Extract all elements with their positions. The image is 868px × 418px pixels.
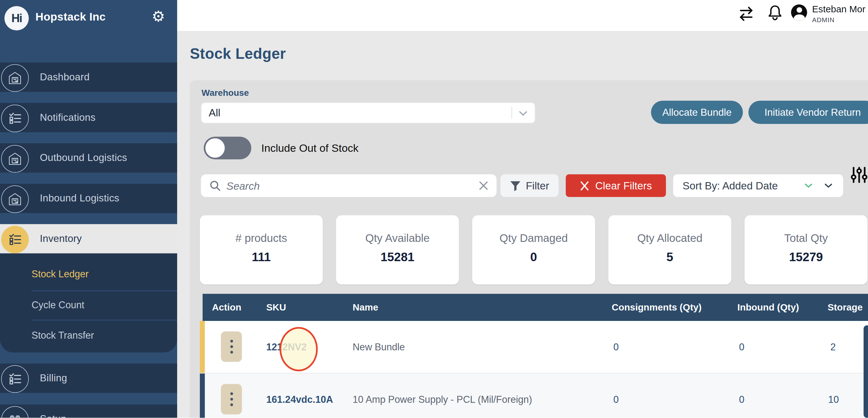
stat-label: # products xyxy=(200,232,323,245)
user-role: ADMIN xyxy=(812,16,865,24)
sidebar-item-label: Notifications xyxy=(40,103,96,132)
sidebar-item-inventory[interactable]: Inventory xyxy=(0,224,177,254)
sidebar-item-dashboard[interactable]: Dashboard xyxy=(0,63,177,92)
column-header-consignments: Consignments (Qty) xyxy=(612,294,702,321)
inbound-qty: 0 xyxy=(739,321,744,373)
sidebar-item-label: Inbound Logistics xyxy=(40,184,119,213)
brand-logo: Hi xyxy=(4,6,29,30)
stat-card-qty-allocated: Qty Allocated 5 xyxy=(608,215,731,285)
column-header-sku: SKU xyxy=(266,294,286,321)
avatar[interactable] xyxy=(791,4,807,21)
sliders-icon[interactable] xyxy=(850,166,868,184)
warehouse-select[interactable]: All xyxy=(201,102,535,124)
consignments-qty: 0 xyxy=(613,321,619,373)
topbar: Esteban Mor ADMIN xyxy=(177,0,868,31)
stat-label: Qty Available xyxy=(336,232,459,245)
storage-qty: 10 xyxy=(828,374,839,418)
sku-link[interactable]: 161.24vdc.10A xyxy=(266,374,333,418)
chevron-down-icon xyxy=(824,183,833,188)
clear-filters-button[interactable]: Clear Filters xyxy=(566,174,666,197)
stat-card-qty-available: Qty Available 15281 xyxy=(336,215,459,285)
app-root: Hi Hopstack Inc ⚙ Dashboard Notification… xyxy=(0,0,868,418)
column-header-name: Name xyxy=(353,294,378,321)
allocate-bundle-button[interactable]: Allocate Bundle xyxy=(651,101,743,124)
checklist-icon xyxy=(1,225,29,253)
stat-value: 15281 xyxy=(336,250,459,265)
include-out-of-stock-toggle[interactable] xyxy=(204,137,251,159)
submenu-item-stock-transfer[interactable]: Stock Transfer xyxy=(32,330,94,342)
stat-card-products: # products 111 xyxy=(200,215,323,285)
user-info[interactable]: Esteban Mor ADMIN xyxy=(812,4,865,24)
kebab-menu-button[interactable] xyxy=(221,384,242,415)
filter-button-label: Filter xyxy=(526,180,549,192)
sidebar: Hi Hopstack Inc ⚙ Dashboard Notification… xyxy=(0,0,177,418)
initiate-vendor-return-button[interactable]: Initiate Vendor Return xyxy=(748,101,868,124)
transfer-arrows-icon[interactable] xyxy=(737,6,756,23)
sidebar-item-billing[interactable]: Billing xyxy=(0,364,177,393)
click-annotation-circle xyxy=(280,327,318,371)
row-accent-bar xyxy=(200,374,205,418)
stat-value: 5 xyxy=(608,250,731,265)
clear-search-icon[interactable] xyxy=(478,181,489,191)
sidebar-item-outbound-logistics[interactable]: Outbound Logistics xyxy=(0,143,177,173)
submenu-divider xyxy=(32,320,177,321)
checklist-icon xyxy=(1,365,29,393)
sidebar-item-label: Dashboard xyxy=(40,63,90,92)
table-vertical-scrollbar[interactable] xyxy=(864,325,868,418)
stat-label: Qty Allocated xyxy=(608,232,731,245)
table-row: 161.24vdc.10A 10 Amp Power Supply - PCL … xyxy=(200,373,868,418)
sort-by-value: Sort By: Added Date xyxy=(683,174,778,197)
sidebar-item-label: Inventory xyxy=(40,224,82,254)
sort-by-select[interactable]: Sort By: Added Date xyxy=(673,174,843,197)
clear-filters-label: Clear Filters xyxy=(595,180,652,192)
search-icon xyxy=(209,180,222,192)
gear-icon[interactable]: ⚙ xyxy=(152,9,165,24)
chevron-down-icon xyxy=(519,111,528,116)
buildings-icon xyxy=(1,406,29,418)
submenu-item-cycle-count[interactable]: Cycle Count xyxy=(32,299,85,311)
stat-label: Qty Damaged xyxy=(472,232,595,245)
sidebar-item-label: Billing xyxy=(40,364,67,393)
clear-filters-x-icon xyxy=(580,181,590,191)
row-accent-bar xyxy=(200,321,205,373)
kebab-menu-button[interactable] xyxy=(221,331,242,362)
inbound-qty: 0 xyxy=(739,374,744,418)
checklist-icon xyxy=(1,104,29,132)
brand-name: Hopstack Inc xyxy=(35,0,106,33)
sidebar-item-notifications[interactable]: Notifications xyxy=(0,103,177,132)
stat-card-total-qty: Total Qty 15279 xyxy=(745,215,868,285)
product-name: 10 Amp Power Supply - PCL (Mil/Foreign) xyxy=(353,374,532,418)
table-header: Action SKU Name Consignments (Qty) Inbou… xyxy=(203,294,868,321)
warehouse-value: All xyxy=(209,102,220,124)
stat-label: Total Qty xyxy=(745,232,868,245)
include-out-of-stock-label: Include Out of Stock xyxy=(261,137,359,159)
stat-value: 111 xyxy=(200,250,323,265)
user-name: Esteban Mor xyxy=(812,4,865,15)
sort-direction-chevron-icon[interactable] xyxy=(804,183,813,188)
warehouse-icon xyxy=(1,185,29,213)
sidebar-item-label: Setup xyxy=(40,405,66,418)
consignments-qty: 0 xyxy=(613,374,619,418)
inventory-submenu: Stock Ledger Cycle Count Stock Transfer xyxy=(0,254,177,353)
brand-monogram: Hi xyxy=(11,12,22,25)
column-header-action: Action xyxy=(212,294,241,321)
warehouse-icon xyxy=(1,64,29,92)
select-divider xyxy=(512,107,512,119)
filter-button[interactable]: Filter xyxy=(500,174,559,197)
warehouse-label: Warehouse xyxy=(202,88,249,98)
funnel-icon xyxy=(510,180,521,191)
column-header-inbound: Inbound (Qty) xyxy=(737,294,799,321)
submenu-divider xyxy=(32,291,177,291)
stat-card-qty-damaged: Qty Damaged 0 xyxy=(472,215,595,285)
page-title: Stock Ledger xyxy=(190,45,286,63)
column-header-storage: Storage xyxy=(828,294,863,321)
sidebar-item-setup[interactable]: Setup xyxy=(0,405,177,418)
warehouse-icon xyxy=(1,145,29,173)
sidebar-item-label: Outbound Logistics xyxy=(40,143,127,173)
search-input[interactable] xyxy=(225,174,449,198)
storage-qty: 2 xyxy=(830,321,836,373)
submenu-item-stock-ledger[interactable]: Stock Ledger xyxy=(32,268,89,280)
toggle-knob xyxy=(205,138,225,158)
bell-icon[interactable] xyxy=(766,4,784,23)
sidebar-item-inbound-logistics[interactable]: Inbound Logistics xyxy=(0,184,177,213)
